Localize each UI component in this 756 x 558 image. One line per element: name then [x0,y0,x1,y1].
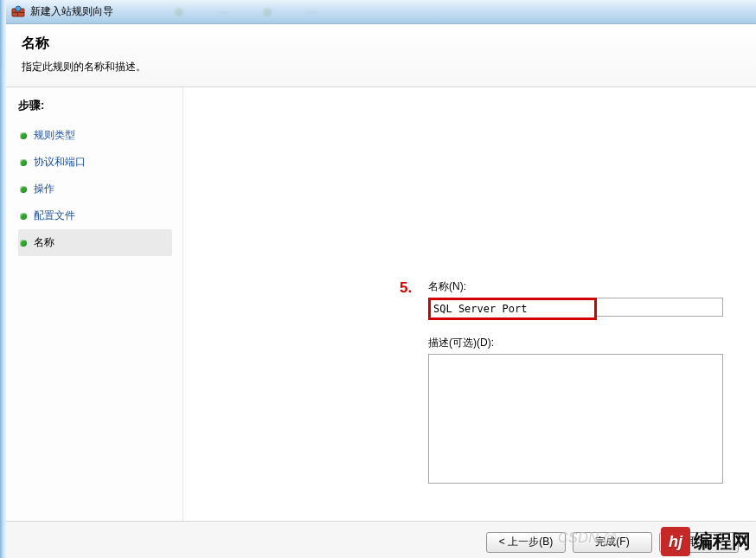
description-field-label: 描述(可选)(D): [428,336,723,350]
wizard-header: 名称 指定此规则的名称和描述。 [6,24,756,87]
bullet-icon [20,240,27,247]
cancel-button[interactable]: 取消 [659,532,739,553]
firewall-icon [11,5,25,19]
name-input[interactable] [428,298,597,320]
step-label: 配置文件 [34,208,75,223]
name-input-extension[interactable] [597,298,723,317]
background-blur-artifact: —— [175,0,317,24]
steps-heading: 步骤: [18,98,172,113]
step-label: 规则类型 [34,128,75,143]
name-input-row [428,298,723,320]
bullet-icon [20,159,27,166]
bullet-icon [20,213,27,220]
bullet-icon [20,132,27,139]
step-label: 操作 [34,182,54,196]
name-field-label: 名称(N): [428,279,723,294]
step-name[interactable]: 名称 [18,229,172,256]
back-button[interactable]: < 上一步(B) [486,532,566,553]
step-rule-type[interactable]: 规则类型 [18,122,172,149]
titlebar[interactable]: 新建入站规则向导 —— [6,0,756,24]
step-label: 协议和端口 [34,155,86,170]
step-action[interactable]: 操作 [18,176,172,202]
step-protocol-ports[interactable]: 协议和端口 [18,149,172,176]
steps-sidebar: 步骤: 规则类型 协议和端口 操作 配置文件 [6,87,183,521]
step-label: 名称 [34,235,54,250]
description-input[interactable] [428,354,723,484]
annotation-number: 5. [400,279,412,297]
wizard-footer: < 上一步(B) 完成(F) 取消 [6,521,756,558]
page-title: 名称 [22,35,740,53]
page-subtitle: 指定此规则的名称和描述。 [22,60,740,74]
finish-button[interactable]: 完成(F) [573,532,652,553]
bullet-icon [20,186,27,193]
step-profile[interactable]: 配置文件 [18,202,172,229]
svg-point-5 [16,6,21,11]
window-title: 新建入站规则向导 [30,4,113,19]
wizard-content: 5. 名称(N): 描述(可选)(D): [183,87,756,521]
window-left-edge [0,0,6,558]
wizard-dialog: 新建入站规则向导 —— 名称 指定此规则的名称和描述。 步骤: 规则类型 协议和… [6,0,756,558]
